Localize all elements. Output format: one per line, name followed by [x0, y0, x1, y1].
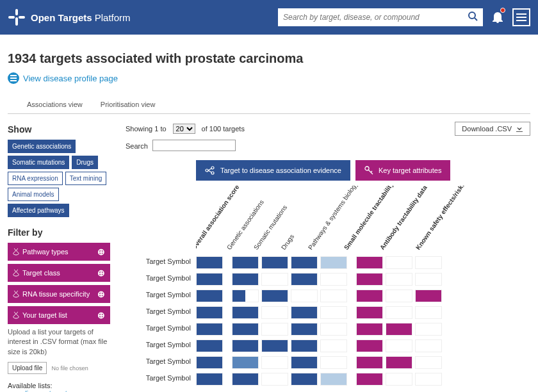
column-header[interactable]: Overall association score	[196, 223, 213, 251]
heatmap-cell[interactable]	[196, 339, 223, 352]
disease-profile-link[interactable]: View disease profile page	[23, 74, 118, 83]
heatmap-cell[interactable]	[415, 356, 442, 369]
heatmap-cell[interactable]	[415, 373, 442, 386]
heatmap-cell[interactable]	[232, 290, 259, 302]
target-row-label[interactable]: Target Symbol	[126, 257, 196, 272]
datatype-pill[interactable]: Affected pathways	[8, 204, 69, 217]
upload-file-button[interactable]: Upload file	[8, 362, 47, 374]
heatmap-cell[interactable]	[291, 273, 318, 286]
target-row-label[interactable]: Target Symbol	[126, 341, 196, 355]
heatmap-cell[interactable]	[386, 339, 412, 352]
heatmap-cell[interactable]	[232, 256, 259, 269]
heatmap-cell[interactable]	[386, 373, 412, 386]
heatmap-cell[interactable]	[261, 356, 288, 369]
heatmap-cell[interactable]	[291, 306, 318, 319]
heatmap-cell[interactable]	[261, 373, 288, 386]
heatmap-cell[interactable]	[196, 356, 223, 369]
target-row-label[interactable]: Target Symbol	[126, 374, 196, 388]
heatmap-cell[interactable]	[232, 373, 259, 386]
heatmap-cell[interactable]	[356, 339, 383, 352]
notifications-button[interactable]	[492, 10, 503, 25]
search-icon[interactable]	[468, 11, 478, 24]
heatmap-cell[interactable]	[196, 256, 223, 269]
heatmap-cell[interactable]	[415, 290, 442, 302]
heatmap-cell[interactable]	[356, 273, 383, 286]
heatmap-cell[interactable]	[291, 323, 318, 336]
column-header[interactable]: Pathways & systems biology	[307, 223, 329, 251]
datatype-pill[interactable]: Genetic associations	[8, 140, 76, 153]
heatmap-cell[interactable]	[261, 339, 288, 352]
heatmap-cell[interactable]	[386, 323, 412, 336]
heatmap-cell[interactable]	[291, 290, 318, 302]
page-size-select[interactable]: 20	[173, 124, 195, 134]
heatmap-cell[interactable]	[196, 323, 223, 336]
heatmap-cell[interactable]	[291, 339, 318, 352]
brand[interactable]: Open Targets Platform	[8, 8, 131, 26]
heatmap-cell[interactable]	[196, 273, 223, 286]
heatmap-cell[interactable]	[320, 273, 347, 286]
filter-accordion[interactable]: Target class⊕	[8, 264, 110, 282]
heatmap-cell[interactable]	[320, 290, 347, 302]
table-search-input[interactable]	[152, 140, 236, 151]
heatmap-cell[interactable]	[291, 256, 318, 269]
target-row-label[interactable]: Target Symbol	[126, 274, 196, 288]
heatmap-cell[interactable]	[232, 323, 259, 336]
heatmap-cell[interactable]	[415, 273, 442, 286]
attributes-tab[interactable]: Key target attributes	[355, 160, 450, 181]
heatmap-cell[interactable]	[386, 273, 412, 286]
heatmap-cell[interactable]	[291, 373, 318, 386]
heatmap-cell[interactable]	[261, 323, 288, 336]
heatmap-cell[interactable]	[356, 306, 383, 319]
filter-accordion[interactable]: Your target list⊕	[8, 306, 110, 324]
column-header[interactable]: Drugs	[280, 223, 302, 251]
heatmap-cell[interactable]	[320, 323, 347, 336]
datatype-pill[interactable]: Animal models	[8, 188, 59, 201]
column-header[interactable]: Known safety effects/risks?	[414, 223, 437, 251]
heatmap-cell[interactable]	[196, 373, 223, 386]
heatmap-cell[interactable]	[320, 256, 347, 269]
target-row-label[interactable]: Target Symbol	[126, 291, 196, 305]
heatmap-cell[interactable]	[356, 290, 383, 302]
heatmap-cell[interactable]	[320, 339, 347, 352]
available-list-link[interactable]: my disease targets	[12, 389, 110, 392]
heatmap-cell[interactable]	[291, 356, 318, 369]
heatmap-cell[interactable]	[386, 356, 412, 369]
search-bar[interactable]	[278, 8, 483, 26]
heatmap-cell[interactable]	[415, 256, 442, 269]
heatmap-cell[interactable]	[356, 323, 383, 336]
heatmap-cell[interactable]	[415, 306, 442, 319]
download-csv-button[interactable]: Download .CSV	[455, 122, 530, 136]
tab-prioritisation-view[interactable]: Prioritisation view	[92, 95, 165, 113]
heatmap-cell[interactable]	[232, 273, 259, 286]
heatmap-cell[interactable]	[261, 290, 288, 302]
column-header[interactable]: Small molecule tractability data	[343, 223, 365, 251]
heatmap-cell[interactable]	[196, 306, 223, 319]
column-header[interactable]: Somatic mutations	[252, 223, 275, 251]
datatype-pill[interactable]: RNA expression	[8, 172, 63, 185]
column-header[interactable]: Genetic associations	[225, 223, 248, 251]
target-row-label[interactable]: Target Symbol	[126, 324, 196, 338]
evidence-tab[interactable]: Target to disease association evidence	[196, 160, 350, 181]
heatmap-cell[interactable]	[415, 323, 442, 336]
heatmap-cell[interactable]	[320, 373, 347, 386]
heatmap-cell[interactable]	[386, 306, 412, 319]
heatmap-cell[interactable]	[261, 256, 288, 269]
datatype-pill[interactable]: Drugs	[72, 156, 98, 169]
heatmap-cell[interactable]	[415, 339, 442, 352]
column-header[interactable]: Antibody tractability data	[379, 223, 401, 251]
heatmap-cell[interactable]	[320, 356, 347, 369]
heatmap-cell[interactable]	[196, 290, 223, 302]
heatmap-cell[interactable]	[356, 356, 383, 369]
heatmap-cell[interactable]	[232, 306, 259, 319]
search-input[interactable]	[283, 13, 468, 22]
tab-associations-view[interactable]: Associations view	[18, 95, 92, 113]
heatmap-cell[interactable]	[232, 356, 259, 369]
datatype-pill[interactable]: Text mining	[65, 172, 107, 185]
target-row-label[interactable]: Target Symbol	[126, 307, 196, 322]
target-row-label[interactable]: Target Symbol	[126, 357, 196, 372]
filter-accordion[interactable]: Pathway types⊕	[8, 243, 110, 261]
heatmap-cell[interactable]	[320, 306, 347, 319]
menu-button[interactable]	[512, 8, 530, 26]
datatype-pill[interactable]: Somatic mutations	[8, 156, 69, 169]
heatmap-cell[interactable]	[356, 373, 383, 386]
